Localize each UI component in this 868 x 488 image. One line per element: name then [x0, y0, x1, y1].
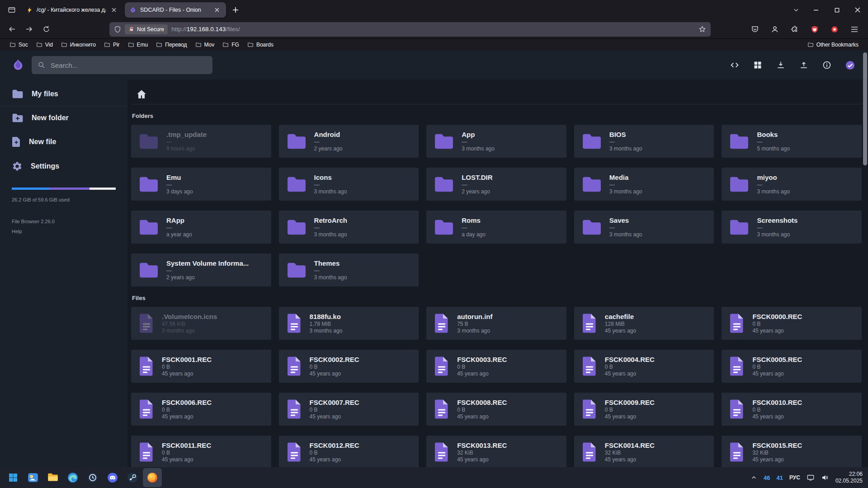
- minimize-button[interactable]: [806, 0, 826, 20]
- folder-card[interactable]: LOST.DIR — 2 years ago: [426, 168, 566, 201]
- tab-close-icon[interactable]: [212, 5, 222, 14]
- bookmark-item[interactable]: Emu: [125, 40, 151, 49]
- widgets-button[interactable]: [24, 468, 42, 487]
- bookmark-item[interactable]: Soc: [6, 40, 31, 49]
- folder-card[interactable]: Emu — 3 days ago: [131, 168, 271, 201]
- upload-button[interactable]: [797, 59, 810, 71]
- search-input[interactable]: [51, 61, 207, 69]
- sidebar-item-settings[interactable]: Settings: [0, 154, 127, 178]
- bookmark-item[interactable]: Boards: [244, 40, 277, 49]
- folder-card[interactable]: Icons — 3 months ago: [279, 168, 419, 201]
- maximize-button[interactable]: [826, 0, 847, 20]
- bookmark-item[interactable]: Vid: [33, 40, 56, 49]
- firefox-button[interactable]: [143, 468, 162, 487]
- folder-card[interactable]: Books — 5 months ago: [722, 125, 862, 158]
- clock-app-button[interactable]: [83, 468, 102, 487]
- switch-view-button[interactable]: [751, 59, 764, 71]
- file-card[interactable]: FSCK0010.REC 0 B 45 years ago: [722, 393, 862, 426]
- file-explorer-button[interactable]: [43, 468, 62, 487]
- folder-card[interactable]: Themes — 3 months ago: [279, 253, 419, 286]
- folder-card[interactable]: System Volume Informa... — 2 years ago: [131, 253, 271, 286]
- file-card[interactable]: FSCK0012.REC 0 B 45 years ago: [279, 436, 419, 467]
- taskbar-clock[interactable]: 22:06 02.05.2025: [835, 471, 863, 484]
- file-card[interactable]: FSCK0008.REC 0 B 45 years ago: [426, 393, 566, 426]
- file-card[interactable]: FSCK0003.REC 0 B 45 years ago: [426, 350, 566, 383]
- bookmark-item[interactable]: FG: [219, 40, 242, 49]
- file-card[interactable]: autorun.inf 75 B 3 months ago: [426, 307, 566, 340]
- folder-card[interactable]: RetroArch — 3 months ago: [279, 211, 419, 244]
- touch-keyboard-icon[interactable]: [807, 474, 815, 482]
- select-multiple-button[interactable]: [844, 59, 856, 71]
- folder-card[interactable]: App — 3 months ago: [426, 125, 566, 158]
- help-link[interactable]: Help: [12, 229, 116, 234]
- file-card[interactable]: cachefile 128 MiB 45 years ago: [574, 307, 714, 340]
- red-addon-button[interactable]: [827, 22, 842, 37]
- file-card[interactable]: FSCK0011.REC 0 B 45 years ago: [131, 436, 271, 467]
- folder-card[interactable]: Media — 3 months ago: [574, 168, 714, 201]
- tracking-shield-icon[interactable]: [114, 26, 121, 33]
- reload-button[interactable]: [39, 22, 53, 37]
- url-text[interactable]: http://192.168.0.143/files/: [171, 26, 695, 33]
- pocket-button[interactable]: [748, 22, 762, 37]
- other-bookmarks[interactable]: Other Bookmarks: [804, 40, 862, 49]
- account-button[interactable]: [768, 22, 782, 37]
- tray-temp-2[interactable]: 41: [776, 474, 783, 481]
- file-card[interactable]: FSCK0005.REC 0 B 45 years ago: [722, 350, 862, 383]
- ublock-button[interactable]: [807, 22, 822, 37]
- tab-imageboard[interactable]: /cg/ - Китайского железа для: [22, 2, 123, 18]
- download-button[interactable]: [774, 59, 787, 71]
- file-card[interactable]: FSCK0004.REC 0 B 45 years ago: [574, 350, 714, 383]
- url-bar[interactable]: Not Secure http://192.168.0.143/files/: [109, 22, 711, 37]
- firefox-view-button[interactable]: [4, 2, 20, 18]
- file-card[interactable]: FSCK0015.REC 32 KiB 45 years ago: [722, 436, 862, 467]
- folder-card[interactable]: miyoo — 3 months ago: [722, 168, 862, 201]
- tray-overflow-chevron-icon[interactable]: [750, 474, 757, 481]
- edge-button[interactable]: [63, 468, 82, 487]
- start-button[interactable]: [4, 468, 23, 487]
- tab-sdcard-files[interactable]: SDCARD - Files - Onion: [125, 2, 226, 18]
- folder-card[interactable]: Saves — 3 months ago: [574, 211, 714, 244]
- info-button[interactable]: [821, 59, 833, 71]
- list-all-tabs-button[interactable]: [788, 2, 804, 18]
- tray-temp-1[interactable]: 46: [764, 474, 770, 481]
- back-button[interactable]: [5, 22, 19, 37]
- file-card[interactable]: FSCK0007.REC 0 B 45 years ago: [279, 393, 419, 426]
- folder-card[interactable]: RApp — a year ago: [131, 211, 271, 244]
- sidebar-item-my-files[interactable]: My files: [0, 82, 127, 106]
- file-card[interactable]: FSCK0002.REC 0 B 45 years ago: [279, 350, 419, 383]
- file-card[interactable]: FSCK0000.REC 0 B 45 years ago: [722, 307, 862, 340]
- folder-card[interactable]: Android — 2 years ago: [279, 125, 419, 158]
- new-tab-button[interactable]: [228, 2, 243, 18]
- folder-card[interactable]: BIOS — 3 months ago: [574, 125, 714, 158]
- folder-card[interactable]: .tmp_update — 9 hours ago: [131, 125, 271, 158]
- file-card[interactable]: FSCK0006.REC 0 B 45 years ago: [131, 393, 271, 426]
- bookmark-star-icon[interactable]: [698, 25, 706, 33]
- menu-button[interactable]: [847, 22, 862, 37]
- language-indicator[interactable]: РУС: [789, 474, 800, 481]
- sidebar-item-new-folder[interactable]: New folder: [0, 106, 127, 130]
- search-bar[interactable]: [32, 56, 212, 74]
- speaker-icon[interactable]: [821, 474, 829, 482]
- extensions-button[interactable]: [788, 22, 802, 37]
- tab-close-icon[interactable]: [109, 5, 118, 14]
- steam-button[interactable]: [123, 468, 142, 487]
- shell-button[interactable]: [728, 59, 741, 71]
- bookmark-item[interactable]: Mov: [192, 40, 218, 49]
- security-chip[interactable]: Not Secure: [125, 24, 168, 34]
- folder-card[interactable]: Roms — a day ago: [426, 211, 566, 244]
- page-scrollbar-thumb[interactable]: [863, 52, 867, 165]
- folder-card[interactable]: Screenshots — 3 months ago: [722, 211, 862, 244]
- discord-button[interactable]: [103, 468, 122, 487]
- file-card[interactable]: FSCK0009.REC 0 B 45 years ago: [574, 393, 714, 426]
- file-card[interactable]: FSCK0001.REC 0 B 45 years ago: [131, 350, 271, 383]
- file-card[interactable]: 8188fu.ko 1.78 MiB 3 months ago: [279, 307, 419, 340]
- close-window-button[interactable]: [847, 0, 868, 20]
- bookmark-item[interactable]: Pir: [101, 40, 123, 49]
- file-card[interactable]: .VolumeIcon.icns 47.56 KiB 3 months ago: [131, 307, 271, 340]
- bookmark-item[interactable]: Перевод: [153, 40, 190, 49]
- file-card[interactable]: FSCK0013.REC 32 KiB 45 years ago: [426, 436, 566, 467]
- file-card[interactable]: FSCK0014.REC 32 KiB 45 years ago: [574, 436, 714, 467]
- home-icon[interactable]: [136, 89, 147, 100]
- bookmark-item[interactable]: Инкогнито: [58, 40, 99, 49]
- forward-button[interactable]: [22, 22, 36, 37]
